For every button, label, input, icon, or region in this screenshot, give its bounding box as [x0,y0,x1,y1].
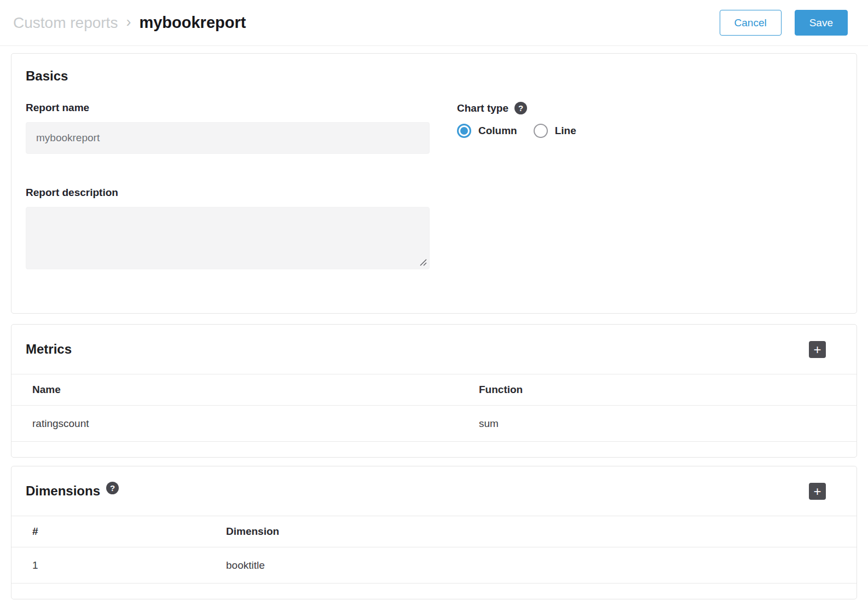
table-row[interactable]: 1 booktitle [11,547,857,584]
dimensions-header: Dimensions ? + [11,466,857,516]
radio-line-label: Line [555,125,576,137]
add-dimension-button[interactable]: + [809,483,826,500]
report-description-label: Report description [26,187,430,199]
cancel-button[interactable]: Cancel [720,10,782,36]
metrics-title-wrap: Metrics [26,342,72,357]
report-name-input[interactable] [26,122,430,154]
dimensions-help-icon[interactable]: ? [106,482,119,494]
report-description-wrap [26,207,430,269]
metrics-table: Name Function ratingscount sum [11,374,857,457]
radio-column-icon[interactable] [457,124,471,138]
report-description-group: Report description [26,187,430,269]
metrics-card: Metrics + Name Function ratingscount sum [11,324,857,458]
metrics-header: Metrics + [11,325,857,374]
table-row[interactable]: ratingscount sum [11,406,857,442]
save-button[interactable]: Save [795,10,848,36]
dimensions-table-header: # Dimension [11,516,857,547]
basics-left-column: Report name Report description [26,102,430,269]
dimensions-card: Dimensions ? + # Dimension 1 booktitle [11,466,857,599]
report-name-label: Report name [26,102,430,114]
dimension-name-cell: booktitle [226,559,857,571]
chart-type-options: Column Line [457,124,576,138]
basics-right-column: Chart type ? Column Line [457,102,576,269]
dimensions-title-wrap: Dimensions ? [26,483,119,499]
dimensions-col-dimension: Dimension [226,526,857,538]
dimension-index-cell: 1 [32,559,226,571]
radio-column-label: Column [478,125,517,137]
dimensions-table: # Dimension 1 booktitle [11,516,857,599]
radio-line-icon[interactable] [534,124,548,138]
chart-type-label-row: Chart type ? [457,102,576,114]
report-description-textarea[interactable] [26,207,430,269]
chart-type-help-icon[interactable]: ? [514,102,527,114]
metrics-col-function: Function [479,384,857,396]
chevron-right-icon: › [126,14,131,32]
add-metric-button[interactable]: + [809,341,826,358]
metrics-col-name: Name [32,384,479,396]
metric-function-cell: sum [479,418,857,430]
header-actions: Cancel Save [720,10,848,36]
dimensions-title: Dimensions [26,483,100,499]
breadcrumb-parent-link[interactable]: Custom reports [13,14,118,32]
metrics-title: Metrics [26,342,72,357]
metric-name-cell: ratingscount [32,418,479,430]
basics-card: Basics Report name Report description Ch… [11,53,857,314]
breadcrumb-current: mybookreport [139,14,246,32]
metrics-table-header: Name Function [11,374,857,406]
dimensions-col-index: # [32,526,226,538]
report-name-group: Report name [26,102,430,154]
basics-grid: Report name Report description Chart typ… [26,102,842,269]
chart-type-option-line[interactable]: Line [534,124,576,138]
breadcrumb: Custom reports › mybookreport [13,14,246,32]
chart-type-option-column[interactable]: Column [457,124,517,138]
basics-title: Basics [26,68,842,84]
top-bar: Custom reports › mybookreport Cancel Sav… [0,0,868,46]
chart-type-label: Chart type [457,102,508,114]
